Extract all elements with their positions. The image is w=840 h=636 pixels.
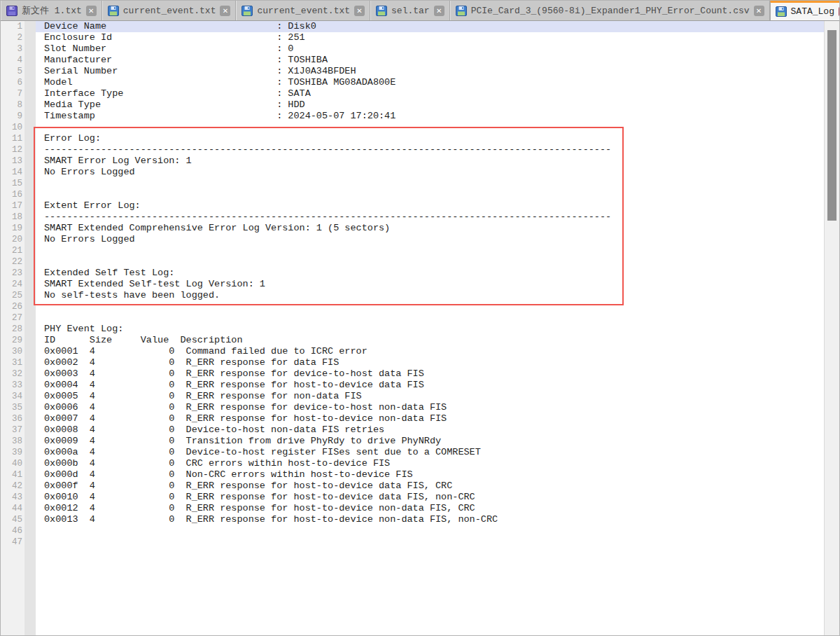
editor-line-24[interactable]: 24SMART Extended Self-test Log Version: … [1,279,824,290]
line-number: 22 [1,256,24,268]
line-number: 12 [1,144,24,155]
tab-5[interactable]: PCIe_Card_3_(9560-8i)_Expander1_PHY_Erro… [450,1,770,20]
line-text: Interface Type : SATA [36,88,824,99]
line-number: 44 [1,503,24,514]
editor-area[interactable]: 1Device Name : Disk02Enclosure Id : 2513… [1,21,839,635]
line-number: 20 [1,234,24,245]
editor-line-47[interactable]: 47 [1,537,824,548]
margin-strip [24,21,36,32]
editor-line-26[interactable]: 26 [1,301,824,312]
editor-line-20[interactable]: 20No Errors Logged [1,234,824,245]
line-text: 0x0008 4 0 Device-to-host non-data FIS r… [36,424,824,436]
editor-line-3[interactable]: 3Slot Number : 0 [1,43,824,55]
margin-strip [24,200,36,212]
editor-line-10[interactable]: 10 [1,122,824,133]
editor-line-41[interactable]: 410x000d 4 0 Non-CRC errors within host-… [1,469,824,481]
margin-strip [24,525,36,537]
editor-line-45[interactable]: 450x0013 4 0 R_ERR response for host-to-… [1,514,824,525]
scrollbar-thumb[interactable] [827,30,836,221]
editor-line-39[interactable]: 390x000a 4 0 Device-to-host register FIS… [1,447,824,458]
margin-strip [24,312,36,324]
line-number: 34 [1,391,24,402]
vertical-scrollbar[interactable] [824,21,839,635]
tab-bar: 新文件 1.txt✕current_event.txt✕current_even… [1,1,839,21]
margin-strip [24,155,36,167]
tab-close-icon[interactable]: ✕ [86,6,97,16]
editor-line-11[interactable]: 11Error Log: [1,133,824,144]
line-text: Manufacturer : TOSHIBA [36,55,824,66]
editor-line-25[interactable]: 25No self-tests have been logged. [1,290,824,301]
editor-line-15[interactable]: 15 [1,178,824,189]
tab-6[interactable]: SATA_Log✕ [770,1,840,20]
tab-close-icon[interactable]: ✕ [354,6,365,16]
margin-strip [24,424,36,436]
margin-strip [24,167,36,178]
line-text [36,189,824,200]
tab-4[interactable]: sel.tar✕ [370,1,450,20]
editor-line-43[interactable]: 430x0010 4 0 R_ERR response for host-to-… [1,492,824,503]
tab-3[interactable]: current_event.txt✕ [236,1,370,20]
editor-line-29[interactable]: 29ID Size Value Description [1,335,824,346]
editor-line-27[interactable]: 27 [1,312,824,324]
editor-line-30[interactable]: 300x0001 4 0 Command failed due to ICRC … [1,346,824,357]
editor-line-37[interactable]: 370x0008 4 0 Device-to-host non-data FIS… [1,424,824,436]
editor-line-2[interactable]: 2Enclosure Id : 251 [1,32,824,43]
line-text: 0x000b 4 0 CRC errors within host-to-dev… [36,458,824,469]
editor-line-32[interactable]: 320x0003 4 0 R_ERR response for device-t… [1,368,824,380]
editor-line-17[interactable]: 17Extent Error Log: [1,200,824,212]
editor-line-23[interactable]: 23Extended Self Test Log: [1,268,824,279]
editor-line-22[interactable]: 22 [1,256,824,268]
line-number: 5 [1,66,24,77]
editor-line-28[interactable]: 28PHY Event Log: [1,324,824,335]
margin-strip [24,133,36,144]
line-number: 43 [1,492,24,503]
tab-close-icon[interactable]: ✕ [220,6,230,16]
editor-line-9[interactable]: 9Timestamp : 2024-05-07 17:20:41 [1,111,824,122]
margin-strip [24,335,36,346]
line-number: 8 [1,99,24,111]
margin-strip [24,346,36,357]
editor-line-44[interactable]: 440x0012 4 0 R_ERR response for host-to-… [1,503,824,514]
editor-line-14[interactable]: 14No Errors Logged [1,167,824,178]
margin-strip [24,234,36,245]
editor-line-31[interactable]: 310x0002 4 0 R_ERR response for data FIS [1,357,824,368]
editor-line-1[interactable]: 1Device Name : Disk0 [1,21,824,32]
margin-strip [24,99,36,111]
editor-line-36[interactable]: 360x0007 4 0 R_ERR response for host-to-… [1,413,824,424]
editor-line-16[interactable]: 16 [1,189,824,200]
line-text [36,122,824,133]
editor-line-40[interactable]: 400x000b 4 0 CRC errors within host-to-d… [1,458,824,469]
line-number: 2 [1,32,24,43]
tab-label: current_event.txt [123,6,216,16]
editor-line-7[interactable]: 7Interface Type : SATA [1,88,824,99]
tab-close-icon[interactable]: ✕ [754,6,764,16]
margin-strip [24,380,36,391]
editor-line-13[interactable]: 13SMART Error Log Version: 1 [1,155,824,167]
editor-line-12[interactable]: 12--------------------------------------… [1,144,824,155]
line-number: 37 [1,424,24,436]
editor-line-6[interactable]: 6Model : TOSHIBA MG08ADA800E [1,77,824,88]
floppy-disk-blue-icon [456,6,467,16]
tab-close-icon[interactable]: ✕ [434,6,444,16]
editor-line-35[interactable]: 350x0006 4 0 R_ERR response for device-t… [1,402,824,413]
editor-line-46[interactable]: 46 [1,525,824,537]
line-text: No Errors Logged [36,234,824,245]
line-text: Timestamp : 2024-05-07 17:20:41 [36,111,824,122]
editor-line-33[interactable]: 330x0004 4 0 R_ERR response for host-to-… [1,380,824,391]
tab-1[interactable]: 新文件 1.txt✕ [1,1,102,20]
editor-line-19[interactable]: 19SMART Extended Comprehensive Error Log… [1,223,824,234]
editor-line-18[interactable]: 18--------------------------------------… [1,212,824,223]
editor-line-38[interactable]: 380x0009 4 0 Transition from drive PhyRd… [1,436,824,447]
margin-strip [24,301,36,312]
margin-strip [24,111,36,122]
editor-line-8[interactable]: 8Media Type : HDD [1,99,824,111]
margin-strip [24,368,36,380]
editor-line-21[interactable]: 21 [1,245,824,256]
editor-line-5[interactable]: 5Serial Number : X1J0A34BFDEH [1,66,824,77]
editor-line-4[interactable]: 4Manufacturer : TOSHIBA [1,55,824,66]
line-text: Device Name : Disk0 [36,21,824,32]
editor-line-34[interactable]: 340x0005 4 0 R_ERR response for non-data… [1,391,824,402]
tab-2[interactable]: current_event.txt✕ [102,1,237,20]
editor-line-42[interactable]: 420x000f 4 0 R_ERR response for host-to-… [1,481,824,492]
margin-strip [24,189,36,200]
